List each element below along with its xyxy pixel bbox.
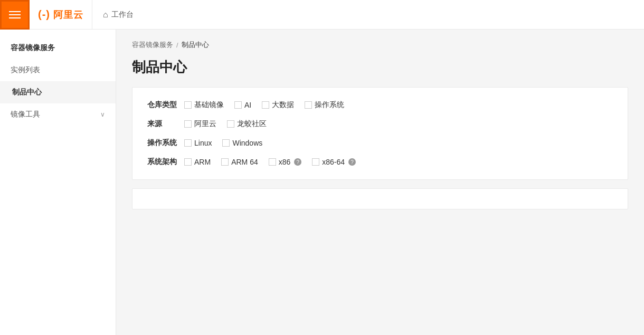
checkbox-label: Windows [232,139,262,147]
checkbox-windows[interactable]: Windows [222,139,262,147]
checkbox-label: 基础镜像 [194,100,224,110]
logo-area: (-) 阿里云 [30,0,92,29]
checkbox-dragon-community[interactable]: 龙蛟社区 [227,119,267,129]
checkbox-label: x86-64 [322,158,345,166]
checkbox-box[interactable] [227,120,234,128]
sidebar: 容器镜像服务 实例列表 制品中心 镜像工具 ∨ [0,30,116,335]
sidebar-item-label: 镜像工具 [11,110,40,119]
filter-row-source: 来源 阿里云 龙蛟社区 [147,119,613,129]
checkbox-box[interactable] [312,158,319,166]
sidebar-title: 容器镜像服务 [0,35,116,59]
filter-row-warehouse-type: 仓库类型 基础镜像 AI 大数据 [147,100,613,110]
checkbox-box[interactable] [234,101,242,109]
checkbox-ai[interactable]: AI [234,101,251,109]
checkbox-label: x86 [279,158,291,166]
filter-label-os: 操作系统 [147,138,184,148]
checkbox-label: Linux [194,139,212,147]
logo: (-) 阿里云 [38,8,83,21]
checkbox-x86-64[interactable]: x86-64 ? [312,158,356,166]
filter-label-arch: 系统架构 [147,157,184,167]
filter-options-source: 阿里云 龙蛟社区 [184,119,267,129]
breadcrumb-service[interactable]: 容器镜像服务 [132,40,173,50]
help-icon-x86-64[interactable]: ? [348,158,356,166]
checkbox-box[interactable] [184,120,192,128]
checkbox-label: 龙蛟社区 [237,119,267,129]
checkbox-linux[interactable]: Linux [184,139,212,147]
sidebar-item-label: 制品中心 [12,88,42,97]
checkbox-arm64[interactable]: ARM 64 [221,158,258,166]
checkbox-arm[interactable]: ARM [184,158,211,166]
checkbox-box[interactable] [221,158,229,166]
breadcrumb: 容器镜像服务 / 制品中心 [132,40,628,50]
home-icon: ⌂ [103,10,108,20]
checkbox-x86[interactable]: x86 ? [269,158,302,166]
help-icon-x86[interactable]: ? [294,158,301,166]
checkbox-label: ARM 64 [231,158,258,166]
checkbox-aliyun[interactable]: 阿里云 [184,119,216,129]
checkbox-box[interactable] [305,101,312,109]
workbench-tab[interactable]: ⌂ 工作台 [92,0,144,29]
breadcrumb-current: 制品中心 [182,40,209,50]
checkbox-box[interactable] [222,139,230,147]
filter-row-os: 操作系统 Linux Windows [147,138,613,148]
menu-button[interactable] [0,0,30,30]
checkbox-label: ARM [194,158,211,166]
checkbox-box[interactable] [184,158,192,166]
hamburger-icon [9,11,21,18]
sidebar-item-instance-list[interactable]: 实例列表 [0,59,116,81]
logo-bracket: (-) [38,8,50,20]
filter-card: 仓库类型 基础镜像 AI 大数据 [132,87,628,180]
filter-options-os: Linux Windows [184,139,262,147]
checkbox-box[interactable] [269,158,276,166]
sidebar-item-product-center[interactable]: 制品中心 [0,81,116,103]
checkbox-label: 操作系统 [315,100,344,110]
app-header: (-) 阿里云 ⌂ 工作台 [0,0,644,30]
checkbox-os[interactable]: 操作系统 [305,100,344,110]
checkbox-box[interactable] [184,101,192,109]
checkbox-box[interactable] [262,101,269,109]
main-layout: 容器镜像服务 实例列表 制品中心 镜像工具 ∨ 容器镜像服务 / 制品中心 制品… [0,30,644,335]
checkbox-label: 大数据 [272,100,294,110]
filter-label-source: 来源 [147,119,184,129]
filter-row-arch: 系统架构 ARM ARM 64 x86 ? [147,157,613,167]
checkbox-label: AI [244,101,251,109]
sidebar-item-label: 实例列表 [11,65,40,75]
breadcrumb-separator: / [176,41,178,49]
results-table [132,188,628,209]
page-title: 制品中心 [132,58,628,76]
filter-options-warehouse-type: 基础镜像 AI 大数据 操作系统 [184,100,344,110]
chevron-down-icon: ∨ [100,111,105,118]
filter-options-arch: ARM ARM 64 x86 ? x86-64 ? [184,158,356,166]
main-content: 容器镜像服务 / 制品中心 制品中心 仓库类型 基础镜像 AI [116,30,644,335]
checkbox-big-data[interactable]: 大数据 [262,100,294,110]
workbench-label: 工作台 [111,10,134,20]
checkbox-box[interactable] [184,139,192,147]
logo-name: 阿里云 [53,9,83,20]
sidebar-item-image-tools[interactable]: 镜像工具 ∨ [0,103,116,126]
checkbox-label: 阿里云 [194,119,216,129]
filter-label-warehouse-type: 仓库类型 [147,100,184,110]
checkbox-basic-image[interactable]: 基础镜像 [184,100,224,110]
